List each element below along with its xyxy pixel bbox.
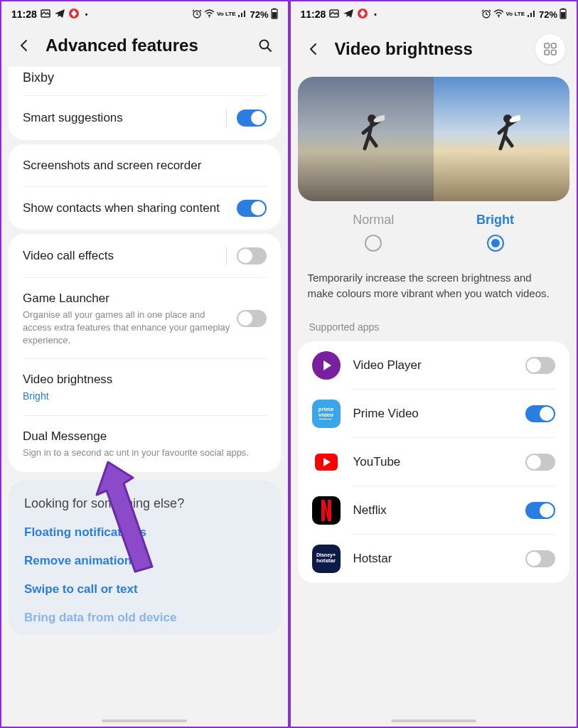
signal-text: Vo LTE	[217, 11, 235, 17]
divider	[226, 247, 227, 265]
battery-icon	[271, 8, 278, 21]
card-3: Video call effects Game Launcher Organis…	[9, 234, 281, 471]
netflix-icon	[312, 496, 341, 525]
game-launcher-toggle[interactable]	[237, 310, 267, 327]
link-remove-animations[interactable]: Remove animations	[24, 554, 265, 568]
app-toggle[interactable]	[525, 550, 555, 567]
row-game-launcher[interactable]: Game Launcher Organise all your games al…	[9, 278, 281, 359]
radio-bright[interactable]: Bright	[476, 213, 514, 252]
search-button[interactable]	[254, 34, 277, 57]
svg-rect-17	[545, 50, 550, 55]
radio-bright-circle	[487, 235, 504, 252]
status-right: Vo LTE 72%	[192, 8, 277, 21]
telegram-icon	[343, 8, 354, 21]
link-floating-notifications[interactable]: Floating notifications	[24, 525, 265, 540]
screenshots-label: Screenshots and screen recorder	[23, 158, 267, 173]
link-swipe-call-text[interactable]: Swipe to call or text	[24, 582, 265, 596]
app-toggle[interactable]	[525, 357, 555, 374]
contacts-sharing-label: Show contacts when sharing content	[23, 200, 237, 216]
content-area: Bixby Smart suggestions Screenshots and …	[1, 67, 288, 635]
video-brightness-label: Video brightness	[23, 372, 267, 387]
status-right: Vo LTE 72%	[481, 8, 567, 21]
radio-normal[interactable]: Normal	[353, 213, 394, 252]
row-contacts-sharing[interactable]: Show contacts when sharing content	[9, 187, 281, 230]
status-time: 11:28	[301, 9, 326, 20]
row-video-call-effects[interactable]: Video call effects	[9, 234, 281, 278]
app-name-label: YouTube	[353, 455, 526, 469]
phone-left: 11:28 • Vo LTE 72%	[0, 0, 289, 728]
app-name-label: Netflix	[353, 503, 526, 518]
app-toggle[interactable]	[525, 454, 555, 471]
video-call-toggle[interactable]	[237, 247, 267, 264]
dual-messenger-sub: Sign in to a second ac unt in your favou…	[23, 446, 267, 459]
looking-title: Looking for something else?	[24, 496, 265, 511]
app-row-hotstar[interactable]: Disney+hotstar Hotstar	[298, 535, 570, 583]
youtube-icon	[312, 448, 341, 476]
radio-normal-label: Normal	[353, 213, 394, 228]
smart-suggestions-toggle[interactable]	[237, 109, 267, 127]
app-name-label: Hotstar	[353, 552, 526, 566]
status-bar: 11:28 • Vo LTE 72%	[1, 1, 288, 27]
page-title: Video brightness	[335, 39, 526, 59]
smart-suggestions-label: Smart suggestions	[23, 110, 226, 126]
alarm-icon	[192, 9, 202, 21]
app-name-label: Prime Video	[353, 407, 526, 421]
svg-point-11	[498, 16, 499, 17]
prime-icon: primevideo	[312, 400, 341, 428]
radio-normal-circle	[365, 235, 382, 252]
game-launcher-sub: Organise all your games all in one place…	[23, 309, 237, 346]
wifi-icon	[493, 9, 504, 21]
preview-normal	[298, 77, 434, 201]
status-dot: •	[374, 11, 377, 18]
status-left: 11:28 •	[301, 8, 377, 21]
apps-grid-button[interactable]	[535, 34, 565, 64]
svg-rect-5	[273, 8, 275, 9]
row-smart-suggestions[interactable]: Smart suggestions	[9, 96, 281, 140]
svg-point-3	[209, 16, 210, 17]
contacts-sharing-toggle[interactable]	[237, 200, 267, 217]
app-name-label: Video Player	[353, 358, 526, 373]
brightness-radio-group: Normal Bright	[291, 208, 577, 263]
status-time: 11:28	[11, 9, 37, 20]
supported-apps-label: Supported apps	[291, 317, 577, 337]
battery-icon	[560, 8, 567, 21]
row-bixby[interactable]: Bixby	[9, 67, 281, 96]
red-icon	[68, 8, 80, 21]
back-button[interactable]	[302, 38, 325, 60]
svg-rect-15	[545, 43, 550, 48]
radio-bright-label: Bright	[476, 213, 514, 228]
app-row-video-player[interactable]: Video Player	[298, 341, 570, 390]
back-button[interactable]	[13, 34, 36, 57]
row-video-brightness[interactable]: Video brightness Bright	[9, 359, 281, 416]
play-icon	[312, 351, 341, 380]
app-row-prime-video[interactable]: primevideo Prime Video	[298, 390, 570, 438]
app-row-youtube[interactable]: YouTube	[298, 438, 570, 486]
gesture-bar[interactable]	[102, 719, 187, 722]
image-icon	[40, 8, 51, 21]
looking-card: Looking for something else? Floating not…	[9, 481, 281, 635]
signal-icon	[237, 9, 247, 21]
signal-icon	[527, 9, 537, 21]
row-dual-messenger[interactable]: Dual Messenge Sign in to a second ac unt…	[9, 416, 281, 472]
svg-rect-14	[561, 12, 565, 18]
telegram-icon	[54, 8, 65, 21]
card-2: Screenshots and screen recorder Show con…	[9, 144, 281, 230]
svg-rect-6	[272, 12, 277, 18]
battery-pct: 72%	[539, 9, 557, 20]
page-title: Advanced features	[46, 36, 244, 55]
battery-pct: 72%	[250, 9, 268, 20]
svg-rect-16	[552, 43, 557, 48]
app-row-netflix[interactable]: Netflix	[298, 486, 570, 535]
row-screenshots[interactable]: Screenshots and screen recorder	[9, 144, 281, 187]
gesture-bar[interactable]	[391, 719, 476, 722]
phone-right: 11:28 • Vo LTE 72% Video brightness	[289, 0, 579, 728]
app-toggle[interactable]	[525, 502, 555, 519]
svg-rect-18	[552, 50, 557, 55]
app-toggle[interactable]	[525, 405, 555, 422]
status-dot: •	[85, 11, 88, 18]
bixby-label: Bixby	[23, 70, 267, 86]
link-bring-data[interactable]: Bring data from old device	[24, 611, 265, 625]
status-left: 11:28 •	[11, 8, 87, 21]
page-header: Video brightness	[291, 27, 577, 74]
status-bar: 11:28 • Vo LTE 72%	[291, 1, 577, 27]
